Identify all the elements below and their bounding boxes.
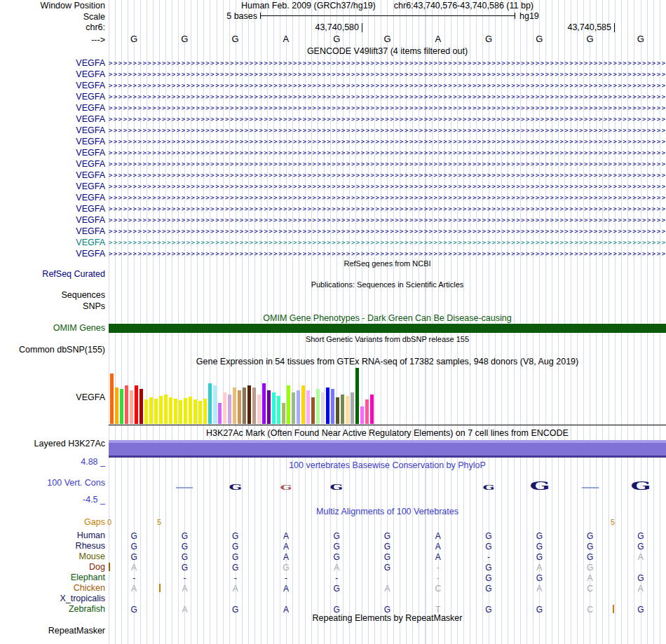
gencode-transcript-row[interactable]: >>>>>>>>>>>>>>>>>>>>>>>>>>>>>>>>>>>>>>>>… xyxy=(109,125,666,136)
gencode-transcript-label[interactable]: VEGFA xyxy=(0,158,105,170)
gtex-bar[interactable] xyxy=(341,395,344,424)
omim-track-title[interactable]: OMIM Gene Phenotypes - Dark Green Can Be… xyxy=(109,313,666,323)
gtex-bar[interactable] xyxy=(365,399,369,424)
species-label-x_tropicalis[interactable]: X_tropicalis xyxy=(0,594,105,603)
gtex-bar[interactable] xyxy=(233,388,236,424)
gencode-transcript-label[interactable]: VEGFA xyxy=(0,69,105,80)
gencode-transcript-row[interactable]: >>>>>>>>>>>>>>>>>>>>>>>>>>>>>>>>>>>>>>>>… xyxy=(109,170,666,181)
gencode-transcript-label[interactable]: VEGFA xyxy=(0,91,105,102)
gencode-transcript-row[interactable]: >>>>>>>>>>>>>>>>>>>>>>>>>>>>>>>>>>>>>>>>… xyxy=(109,214,666,226)
gtex-bar[interactable] xyxy=(218,403,222,424)
gtex-bar[interactable] xyxy=(115,388,118,424)
cons-dash[interactable] xyxy=(582,487,599,488)
gencode-transcript-row[interactable]: >>>>>>>>>>>>>>>>>>>>>>>>>>>>>>>>>>>>>>>>… xyxy=(109,248,666,259)
cons-dash[interactable] xyxy=(176,487,193,488)
gtex-bar[interactable] xyxy=(262,383,266,424)
h3k27ac-track-label[interactable]: Layered H3K27Ac xyxy=(0,439,105,448)
gencode-transcript-row[interactable]: >>>>>>>>>>>>>>>>>>>>>>>>>>>>>>>>>>>>>>>>… xyxy=(109,136,666,147)
gencode-transcript-row[interactable]: >>>>>>>>>>>>>>>>>>>>>>>>>>>>>>>>>>>>>>>>… xyxy=(109,147,666,158)
species-label-mouse[interactable]: Mouse xyxy=(0,551,105,561)
gtex-bar[interactable] xyxy=(184,398,187,424)
gencode-transcript-row[interactable]: >>>>>>>>>>>>>>>>>>>>>>>>>>>>>>>>>>>>>>>>… xyxy=(109,91,666,102)
gtex-bar[interactable] xyxy=(370,395,374,424)
gtex-bar[interactable] xyxy=(135,385,138,424)
multiz-track-title[interactable]: Multiz Alignments of 100 Vertebrates xyxy=(109,507,666,516)
dbsnp-track-title[interactable]: Short Genetic Variants from dbSNP releas… xyxy=(109,335,666,343)
gtex-bar[interactable] xyxy=(149,397,153,424)
gtex-bar[interactable] xyxy=(326,388,329,424)
gencode-transcript-row[interactable]: >>>>>>>>>>>>>>>>>>>>>>>>>>>>>>>>>>>>>>>>… xyxy=(109,158,666,170)
gtex-bar[interactable] xyxy=(243,388,246,424)
gtex-bar[interactable] xyxy=(316,389,320,424)
repeatmasker-track-label[interactable]: RepeatMasker xyxy=(0,626,105,636)
cons-glyph[interactable]: G xyxy=(519,479,561,493)
gtex-bar[interactable] xyxy=(311,397,315,424)
species-label-elephant[interactable]: Elephant xyxy=(0,573,105,582)
h3k27ac-signal-band-bottom[interactable] xyxy=(109,455,666,458)
species-label-human[interactable]: Human xyxy=(0,530,105,540)
gencode-transcript-label[interactable]: VEGFA xyxy=(0,203,105,214)
gtex-bar[interactable] xyxy=(282,403,285,424)
dbsnp-track-label[interactable]: Common dbSNP(155) xyxy=(0,345,105,355)
species-label-rhesus[interactable]: Rhesus xyxy=(0,541,105,551)
gtex-bar[interactable] xyxy=(174,399,177,424)
gencode-transcript-label[interactable]: VEGFA xyxy=(0,237,105,248)
gtex-bar[interactable] xyxy=(257,395,261,424)
sequences-track-label[interactable]: Sequences xyxy=(0,290,105,300)
gtex-bar[interactable] xyxy=(189,397,192,424)
gtex-track-title[interactable]: Gene Expression in 54 tissues from GTEx … xyxy=(109,357,666,366)
gtex-bar[interactable] xyxy=(110,374,114,424)
gtex-bar[interactable] xyxy=(252,388,256,424)
gtex-bar[interactable] xyxy=(321,392,325,424)
gencode-transcript-label[interactable]: VEGFA xyxy=(0,192,105,203)
gtex-bar[interactable] xyxy=(292,392,295,424)
gtex-bar[interactable] xyxy=(179,400,182,424)
gencode-transcript-label[interactable]: VEGFA xyxy=(0,125,105,136)
publications-track-title[interactable]: Publications: Sequences in Scientific Ar… xyxy=(109,280,666,289)
gtex-bar[interactable] xyxy=(247,385,251,424)
gencode-transcript-row[interactable]: >>>>>>>>>>>>>>>>>>>>>>>>>>>>>>>>>>>>>>>>… xyxy=(109,192,666,203)
gtex-bar[interactable] xyxy=(287,385,290,424)
gtex-bar[interactable] xyxy=(336,397,339,424)
gencode-transcript-label[interactable]: VEGFA xyxy=(0,147,105,158)
gtex-bar[interactable] xyxy=(267,390,271,424)
gencode-transcript-label[interactable]: VEGFA xyxy=(0,57,105,69)
gencode-transcript-row[interactable]: >>>>>>>>>>>>>>>>>>>>>>>>>>>>>>>>>>>>>>>>… xyxy=(109,57,666,69)
gtex-bar[interactable] xyxy=(169,397,172,424)
gtex-bar[interactable] xyxy=(277,396,280,424)
gencode-transcript-label[interactable]: VEGFA xyxy=(0,136,105,147)
gtex-bar[interactable] xyxy=(193,399,197,424)
repeatmasker-track-title[interactable]: Repeating Elements by RepeatMasker xyxy=(109,613,666,623)
gencode-transcript-label[interactable]: VEGFA xyxy=(0,214,105,226)
gencode-transcript-label[interactable]: VEGFA xyxy=(0,248,105,259)
gencode-transcript-row[interactable]: >>>>>>>>>>>>>>>>>>>>>>>>>>>>>>>>>>>>>>>>… xyxy=(109,69,666,80)
refseq-curated-label[interactable]: RefSeq Curated xyxy=(0,269,105,279)
gtex-bar[interactable] xyxy=(203,399,207,424)
gencode-transcript-row[interactable]: >>>>>>>>>>>>>>>>>>>>>>>>>>>>>>>>>>>>>>>>… xyxy=(109,80,666,91)
h3k27ac-signal-band[interactable] xyxy=(109,443,666,455)
cons-glyph[interactable]: G xyxy=(265,484,307,491)
species-label-chicken[interactable]: Chicken xyxy=(0,583,105,593)
gtex-bar[interactable] xyxy=(297,390,300,424)
gtex-bar[interactable] xyxy=(331,389,334,424)
conservation-track-label[interactable]: 100 Vert. Cons xyxy=(0,478,105,488)
cons-glyph[interactable]: G xyxy=(215,483,257,492)
gtex-bar[interactable] xyxy=(130,390,133,424)
gtex-bar[interactable] xyxy=(223,392,226,424)
species-label-dog[interactable]: Dog xyxy=(0,562,105,572)
gencode-track-title[interactable]: GENCODE V49lift37 (4 items filtered out) xyxy=(109,46,666,56)
h3k27ac-track-title[interactable]: H3K27Ac Mark (Often Found Near Active Re… xyxy=(109,428,666,438)
gtex-bar[interactable] xyxy=(301,385,305,424)
gencode-transcript-row[interactable]: >>>>>>>>>>>>>>>>>>>>>>>>>>>>>>>>>>>>>>>>… xyxy=(109,203,666,214)
gencode-transcript-row[interactable]: >>>>>>>>>>>>>>>>>>>>>>>>>>>>>>>>>>>>>>>>… xyxy=(109,114,666,125)
gencode-transcript-label[interactable]: VEGFA xyxy=(0,102,105,114)
omim-genes-label[interactable]: OMIM Genes xyxy=(0,323,105,333)
refseq-track-title[interactable]: RefSeq genes from NCBI xyxy=(109,259,666,268)
gencode-transcript-label[interactable]: VEGFA xyxy=(0,226,105,237)
omim-gene-bar[interactable] xyxy=(109,324,666,333)
gtex-bar[interactable] xyxy=(360,406,364,424)
gencode-transcript-label[interactable]: VEGFA xyxy=(0,170,105,181)
gtex-bar[interactable] xyxy=(144,399,148,424)
gencode-transcript-row[interactable]: >>>>>>>>>>>>>>>>>>>>>>>>>>>>>>>>>>>>>>>>… xyxy=(109,226,666,237)
gtex-bar[interactable] xyxy=(140,389,143,424)
